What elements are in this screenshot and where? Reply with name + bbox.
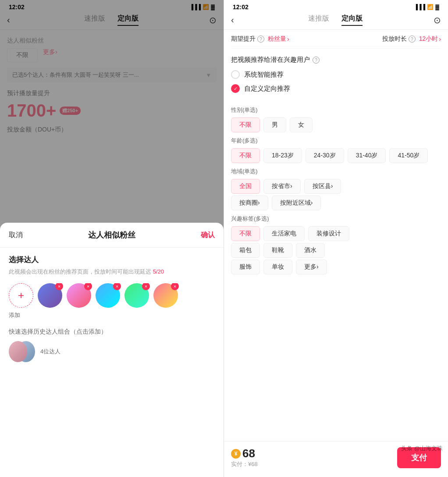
interest-chips-1: 不限 生活家电 装修设计 [231,226,441,241]
region-chip-province[interactable]: 按省市› [263,179,301,194]
right-status-bar: 12:02 ▐▐▐ 📶 ▓ [224,0,448,12]
duration-help-icon[interactable]: ? [409,36,416,43]
history-group[interactable]: 4位达人 [9,341,215,362]
expect-arrow: › [287,36,289,43]
region-chip-all[interactable]: 全国 [231,179,260,194]
modal-cancel-button[interactable]: 取消 [9,231,23,240]
duration-label: 投放时长 ? [382,35,416,43]
modal-body: 选择达人 此视频会出现在粉丝的推荐页面，投放时间可能出现延迟 5/20 + × [0,248,224,369]
interest-chip-makeup[interactable]: 单妆 [263,260,292,274]
radio-custom-label: 自定义定向推荐 [244,85,290,93]
radio-custom[interactable]: 自定义定向推荐 [231,84,441,93]
remove-avatar-4[interactable]: × [142,283,150,290]
modal-count: 5/20 [153,268,164,275]
talent-avatar-4: × [124,283,149,308]
scrollable-content: 把视频推荐给潜在兴趣用户 ? 系统智能推荐 自定义定向推荐 性别(单选) [231,49,441,276]
interest-chip-decor[interactable]: 装修设计 [308,226,349,241]
interest-chip-more[interactable]: 更多› [296,260,327,274]
modal-desc-text: 此视频会出现在粉丝的推荐页面，投放时间可能出现延迟 [9,268,153,275]
age-label: 年龄(多选) [231,137,441,145]
gender-chip-unlimited[interactable]: 不限 [231,117,260,132]
remove-avatar-1[interactable]: × [55,283,63,290]
gender-filter: 性别(单选) 不限 男 女 [231,106,441,132]
modal-desc: 此视频会出现在粉丝的推荐页面，投放时间可能出现延迟 5/20 [9,267,215,276]
right-tab-targeted[interactable]: 定向版 [341,14,363,26]
plus-icon: + [18,289,24,302]
modal-confirm-button[interactable]: 确认 [201,231,215,240]
region-chip-nearby[interactable]: 按附近区域› [272,196,321,210]
right-time: 12:02 [233,4,249,11]
add-talent-button[interactable]: + [9,283,33,308]
price-sub: 实付：¥68 [231,460,258,468]
history-count: 4位达人 [40,348,60,356]
history-avatar-1 [9,341,27,362]
region-chip-district[interactable]: 按区县› [304,179,341,194]
age-chip-31-40[interactable]: 31-40岁 [348,148,386,163]
price-section: ¥ 68 实付：¥68 [231,447,258,468]
interest-chip-unlimited[interactable]: 不限 [231,226,260,241]
quick-select-title: 快速选择历史达人组合（点击添加） [9,328,215,336]
add-label: 添加 [9,311,215,319]
age-chips: 不限 18-23岁 24-30岁 31-40岁 41-50岁 [231,148,441,163]
right-tab-speed[interactable]: 速推版 [308,14,329,26]
right-battery-icon: ▓ [435,4,439,10]
age-chip-unlimited[interactable]: 不限 [231,148,260,163]
interest-chip-appliance[interactable]: 生活家电 [263,226,305,241]
recommend-help-icon[interactable]: ? [313,57,320,64]
radio-system-label: 系统智能推荐 [244,71,284,79]
age-filter: 年龄(多选) 不限 18-23岁 24-30岁 31-40岁 41-50岁 [231,137,441,163]
modal-select-title: 选择达人 [9,255,215,265]
gender-chip-female[interactable]: 女 [290,117,313,132]
expect-value[interactable]: 粉丝量 › [268,35,289,43]
duration-value[interactable]: 12小时 › [419,35,441,43]
price-value: 68 [242,447,255,460]
radio-system-circle[interactable] [231,70,240,79]
recommend-title: 把视频推荐给潜在兴趣用户 ? [231,56,441,64]
talent-avatar-1: × [38,283,62,308]
radio-custom-circle[interactable] [231,84,240,93]
gender-label: 性别(单选) [231,106,441,114]
right-wifi-icon: 📶 [427,4,434,10]
interest-chip-shoes[interactable]: 鞋靴 [263,243,292,258]
right-status-icons: ▐▐▐ 📶 ▓ [414,4,439,10]
right-phone: 12:02 ▐▐▐ 📶 ▓ ‹ 速推版 定向版 ⊙ 期望提升 ? [224,0,448,477]
remove-avatar-5[interactable]: × [171,283,179,290]
expect-help-icon[interactable]: ? [257,36,264,43]
right-back-button[interactable]: ‹ [231,15,234,25]
interest-chips-3: 服饰 单妆 更多› [231,260,441,274]
interest-chips-2: 箱包 鞋靴 酒水 [231,243,441,258]
region-label: 地域(单选) [231,167,441,175]
expectation-row: 期望提升 ? 粉丝量 › 投放时长 ? 12小时 › [231,30,441,49]
gender-chip-male[interactable]: 男 [263,117,286,132]
right-nav-bar: ‹ 速推版 定向版 ⊙ [224,12,448,30]
region-chips: 全国 按省市› 按区县› [231,179,441,194]
interest-chip-alcohol[interactable]: 酒水 [296,243,325,258]
region-chip-mall[interactable]: 按商圈› [231,196,268,210]
gender-chips: 不限 男 女 [231,117,441,132]
right-nav-tabs: 速推版 定向版 [238,14,434,26]
talent-avatar-5: × [153,283,178,308]
right-user-icon[interactable]: ⊙ [434,15,441,25]
region-filter: 地域(单选) 全国 按省市› 按区县› 按商圈› 按附近区域› [231,167,441,210]
coin-icon: ¥ [231,449,241,459]
age-chip-41-50[interactable]: 41-50岁 [389,148,428,163]
interest-chip-bag[interactable]: 箱包 [231,243,260,258]
remove-avatar-2[interactable]: × [84,283,92,290]
age-chip-18-23[interactable]: 18-23岁 [263,148,302,163]
modal-sheet: 取消 达人相似粉丝 确认 选择达人 此视频会出现在粉丝的推荐页面，投放时间可能出… [0,223,224,477]
right-content: 期望提升 ? 粉丝量 › 投放时长 ? 12小时 › [224,30,448,276]
avatars-row: + × × × × [9,283,215,308]
left-phone: 12:02 ▐▐▐ 📶 ▓ ‹ 速推版 定向版 ⊙ 达人相似粉丝 不限 更多› [0,0,224,477]
talent-avatar-2: × [67,283,91,308]
modal-title: 达人相似粉丝 [88,230,135,240]
interest-chip-clothing[interactable]: 服饰 [231,260,260,274]
recommend-section: 把视频推荐给潜在兴趣用户 ? 系统智能推荐 自定义定向推荐 [231,49,441,102]
expect-label: 期望提升 ? [231,35,264,43]
right-signal-icon: ▐▐▐ [414,4,426,10]
radio-system[interactable]: 系统智能推荐 [231,70,441,79]
interest-label: 兴趣标签(多选) [231,215,441,223]
modal-header: 取消 达人相似粉丝 确认 [0,223,224,248]
region-chips-2: 按商圈› 按附近区域› [231,196,441,210]
remove-avatar-3[interactable]: × [113,283,121,290]
age-chip-24-30[interactable]: 24-30岁 [306,148,344,163]
